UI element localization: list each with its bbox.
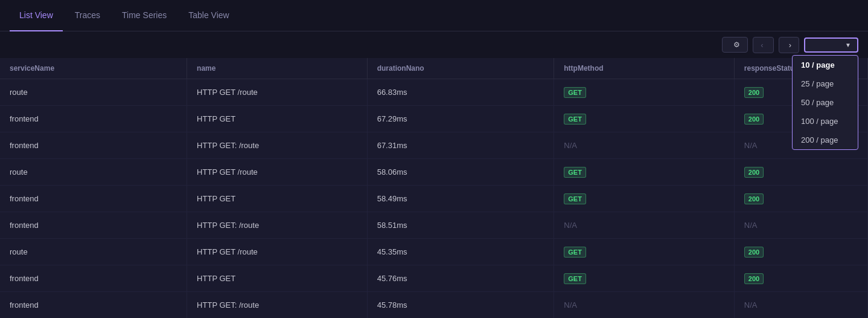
cell-serviceName: frontend: [0, 186, 187, 212]
cell-httpMethod: N/A: [554, 132, 735, 159]
previous-button[interactable]: ‹: [753, 37, 773, 53]
cell-durationNano: 67.31ms: [367, 132, 554, 159]
col-header-durationNano: durationNano: [367, 58, 554, 79]
status-badge: 200: [744, 87, 764, 98]
cell-httpMethod: GET: [554, 265, 735, 292]
nav-tab-time-series[interactable]: Time Series: [112, 0, 176, 31]
table-header-row: serviceName name durationNano httpMethod…: [0, 58, 868, 79]
gear-icon: ⚙: [733, 41, 740, 49]
per-page-option[interactable]: 25 / page: [793, 74, 858, 93]
cell-httpMethod: N/A: [554, 292, 735, 319]
cell-httpMethod: GET: [554, 239, 735, 265]
table-row[interactable]: frontendHTTP GET58.49msGET200: [0, 186, 868, 212]
table-row[interactable]: frontendHTTP GET: /route58.51msN/AN/A: [0, 212, 868, 239]
col-header-serviceName: serviceName: [0, 58, 187, 79]
cell-responseStatusCode: N/A: [734, 292, 867, 319]
http-method-badge: GET: [564, 167, 586, 178]
na-value: N/A: [564, 300, 577, 310]
cell-serviceName: route: [0, 159, 187, 186]
toolbar: ⚙ ‹ › ▼ 10 / page25 / page50 / page100 /…: [0, 31, 868, 58]
cell-name: HTTP GET /route: [187, 79, 368, 106]
na-value: N/A: [744, 300, 758, 310]
cell-httpMethod: GET: [554, 186, 735, 212]
cell-httpMethod: GET: [554, 106, 735, 132]
cell-httpMethod: GET: [554, 159, 735, 186]
cell-durationNano: 58.51ms: [367, 212, 554, 239]
cell-serviceName: frontend: [0, 212, 187, 239]
cell-name: HTTP GET: [187, 106, 368, 132]
http-method-badge: GET: [564, 87, 586, 98]
top-nav: List ViewTracesTime SeriesTable View: [0, 0, 868, 31]
http-method-badge: GET: [564, 273, 586, 284]
status-badge: 200: [744, 167, 764, 178]
per-page-option[interactable]: 10 / page: [793, 56, 858, 74]
cell-serviceName: frontend: [0, 292, 187, 319]
nav-tab-table-view[interactable]: Table View: [179, 0, 238, 31]
cell-responseStatusCode: 200: [734, 239, 867, 265]
chevron-down-icon: ▼: [845, 42, 851, 48]
cell-serviceName: frontend: [0, 265, 187, 292]
table-row[interactable]: frontendHTTP GET67.29msGET200: [0, 106, 868, 132]
status-badge: 200: [744, 114, 764, 125]
table-row[interactable]: frontendHTTP GET45.76msGET200: [0, 265, 868, 292]
http-method-badge: GET: [564, 114, 586, 125]
per-page-option[interactable]: 100 / page: [793, 112, 858, 131]
status-badge: 200: [744, 193, 764, 204]
cell-name: HTTP GET: [187, 265, 368, 292]
cell-responseStatusCode: 200: [734, 159, 867, 186]
cell-httpMethod: GET: [554, 79, 735, 106]
na-value: N/A: [564, 141, 577, 150]
table-row[interactable]: routeHTTP GET /route66.83msGET200: [0, 79, 868, 106]
table-container: serviceName name durationNano httpMethod…: [0, 58, 868, 318]
cell-responseStatusCode: 200: [734, 265, 867, 292]
http-method-badge: GET: [564, 193, 586, 204]
na-value: N/A: [744, 221, 758, 230]
table-row[interactable]: routeHTTP GET /route45.35msGET200: [0, 239, 868, 265]
per-page-dropdown: 10 / page25 / page50 / page100 / page200…: [792, 55, 858, 150]
cell-responseStatusCode: 200: [734, 186, 867, 212]
cell-responseStatusCode: N/A: [734, 212, 867, 239]
col-header-httpMethod: httpMethod: [554, 58, 735, 79]
nav-tab-traces[interactable]: Traces: [65, 0, 110, 31]
cell-serviceName: route: [0, 239, 187, 265]
chevron-right-icon: ›: [789, 41, 791, 50]
per-page-wrapper: ▼ 10 / page25 / page50 / page100 / page2…: [804, 37, 858, 53]
cell-serviceName: route: [0, 79, 187, 106]
status-badge: 200: [744, 273, 764, 284]
nav-tab-list-view[interactable]: List View: [10, 0, 63, 31]
per-page-option[interactable]: 50 / page: [793, 93, 858, 112]
cell-name: HTTP GET: /route: [187, 212, 368, 239]
cell-durationNano: 58.49ms: [367, 186, 554, 212]
per-page-button[interactable]: ▼: [804, 37, 858, 53]
table-row[interactable]: routeHTTP GET /route58.06msGET200: [0, 159, 868, 186]
cell-name: HTTP GET: /route: [187, 292, 368, 319]
per-page-option[interactable]: 200 / page: [793, 131, 858, 149]
cell-durationNano: 45.78ms: [367, 292, 554, 319]
next-button[interactable]: ›: [779, 37, 799, 53]
cell-durationNano: 66.83ms: [367, 79, 554, 106]
na-value: N/A: [564, 221, 577, 230]
col-header-name: name: [187, 58, 368, 79]
cell-name: HTTP GET: /route: [187, 132, 368, 159]
cell-name: HTTP GET /route: [187, 159, 368, 186]
cell-durationNano: 58.06ms: [367, 159, 554, 186]
table-row[interactable]: frontendHTTP GET: /route45.78msN/AN/A: [0, 292, 868, 319]
cell-name: HTTP GET /route: [187, 239, 368, 265]
cell-httpMethod: N/A: [554, 212, 735, 239]
chevron-left-icon: ‹: [761, 41, 763, 50]
table-row[interactable]: frontendHTTP GET: /route67.31msN/AN/A: [0, 132, 868, 159]
cell-durationNano: 45.76ms: [367, 265, 554, 292]
options-button[interactable]: ⚙: [722, 37, 748, 53]
status-badge: 200: [744, 247, 764, 258]
cell-serviceName: frontend: [0, 106, 187, 132]
http-method-badge: GET: [564, 247, 586, 258]
cell-durationNano: 67.29ms: [367, 106, 554, 132]
cell-name: HTTP GET: [187, 186, 368, 212]
data-table: serviceName name durationNano httpMethod…: [0, 58, 868, 318]
table-body: routeHTTP GET /route66.83msGET200fronten…: [0, 79, 868, 319]
na-value: N/A: [744, 141, 758, 150]
cell-durationNano: 45.35ms: [367, 239, 554, 265]
cell-serviceName: frontend: [0, 132, 187, 159]
